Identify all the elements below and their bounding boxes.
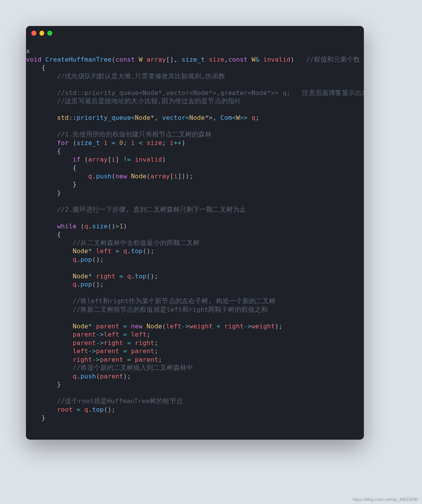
var: array xyxy=(150,173,170,180)
punct: ) xyxy=(181,139,185,147)
var: parent xyxy=(72,339,96,347)
keyword: const xyxy=(115,56,135,63)
punct: { xyxy=(72,164,76,171)
comment: //权值和元素个数 xyxy=(295,56,360,63)
var: array xyxy=(146,56,166,63)
keyword: void xyxy=(26,56,41,63)
var: parent xyxy=(100,373,123,380)
type: Node xyxy=(72,247,88,255)
var: weight xyxy=(251,323,275,330)
punct: . xyxy=(88,223,92,230)
op: >> xyxy=(240,114,248,121)
punct: ( xyxy=(162,323,166,330)
punct: ) xyxy=(123,223,127,230)
type: W xyxy=(139,56,143,63)
code-block: x void CreateHuffmanTree(const W array[]… xyxy=(26,45,364,422)
type: Node xyxy=(143,323,162,330)
var: parent xyxy=(72,331,96,338)
op: = xyxy=(108,139,119,147)
minimize-icon[interactable] xyxy=(40,31,45,36)
type: Node xyxy=(135,114,150,121)
op: = xyxy=(119,347,131,355)
code-line: x xyxy=(26,47,30,55)
punct: ])); xyxy=(177,173,193,180)
var: i xyxy=(112,156,115,163)
punct: [ xyxy=(170,173,174,180)
punct: ; xyxy=(158,356,162,363)
punct: . xyxy=(76,256,80,263)
punct: ; xyxy=(123,139,131,147)
punct: ; xyxy=(146,331,150,338)
op: < xyxy=(131,114,135,121)
close-icon[interactable] xyxy=(31,31,36,36)
punct: ) xyxy=(290,56,294,63)
var: size xyxy=(209,56,224,63)
type: priority_queue xyxy=(76,114,131,121)
op: * xyxy=(88,323,96,330)
var: q xyxy=(72,373,76,380)
var: right xyxy=(104,339,123,347)
op: < xyxy=(135,139,146,147)
var: left xyxy=(131,331,146,338)
comment: //将新二叉树根节点的权值就是left和right两颗子树的权值之和 xyxy=(72,306,268,313)
number: 1 xyxy=(119,223,123,230)
type: Node xyxy=(72,273,88,280)
op: -> xyxy=(92,356,100,363)
op: = xyxy=(119,331,131,338)
var: array xyxy=(88,156,108,163)
punct: () xyxy=(108,223,115,230)
punct: *>, xyxy=(205,114,220,121)
punct: { xyxy=(57,231,61,238)
var: invalid xyxy=(135,156,162,163)
var: right xyxy=(96,273,115,280)
var: right xyxy=(72,356,92,363)
function-name: pop xyxy=(81,256,92,263)
var: right xyxy=(135,339,154,347)
comment: //将这个新的二叉树插入到二叉树森林中 xyxy=(72,364,193,371)
punct: (); xyxy=(104,406,115,413)
punct: ; xyxy=(255,114,259,121)
function-name: CreateHuffmanTree xyxy=(45,56,112,63)
var: q xyxy=(84,406,88,413)
punct: [ xyxy=(108,156,112,163)
function-name: push xyxy=(81,373,96,380)
var: i xyxy=(174,173,177,180)
comment: //将left和right作为某个新节点的左右子树, 构造一个新的二叉树 xyxy=(72,297,276,305)
punct: } xyxy=(57,381,61,388)
comment: //优先级队列默认是大堆,只需要修改其比较规则,仿函数 xyxy=(57,72,225,80)
type: W xyxy=(236,114,240,121)
watermark: https://blog.csdn.net/qq_44918090 xyxy=(353,497,418,502)
type: Node xyxy=(72,323,88,330)
punct: ) xyxy=(162,156,166,163)
var: q xyxy=(248,114,255,121)
type: W xyxy=(251,56,255,63)
var: left xyxy=(96,247,112,255)
punct: . xyxy=(76,373,80,380)
keyword: for xyxy=(57,139,69,147)
op: = xyxy=(112,247,123,255)
keyword: if xyxy=(72,156,80,163)
punct: ( xyxy=(76,223,84,230)
punct: ( xyxy=(112,173,115,180)
maximize-icon[interactable] xyxy=(47,31,52,36)
function-name: pop xyxy=(81,281,92,288)
punct: ; xyxy=(162,139,170,147)
op: ++ xyxy=(174,139,181,147)
var: left xyxy=(166,323,181,330)
punct: ; xyxy=(154,347,158,355)
punct: . xyxy=(88,406,92,413)
punct: } xyxy=(57,189,61,197)
comment: //std::priority_queue<Node*,vector<Node*… xyxy=(57,89,364,97)
punct: { xyxy=(57,147,61,155)
function-name: top xyxy=(131,247,143,255)
punct: . xyxy=(76,281,80,288)
keyword: new xyxy=(131,323,143,330)
type: size_t xyxy=(181,56,205,63)
var: size xyxy=(146,139,162,147)
punct: ( xyxy=(96,373,100,380)
type: Com xyxy=(220,114,232,121)
op: + xyxy=(213,323,224,330)
punct: . xyxy=(131,273,135,280)
op: = xyxy=(123,356,135,363)
var: left xyxy=(72,347,88,355)
